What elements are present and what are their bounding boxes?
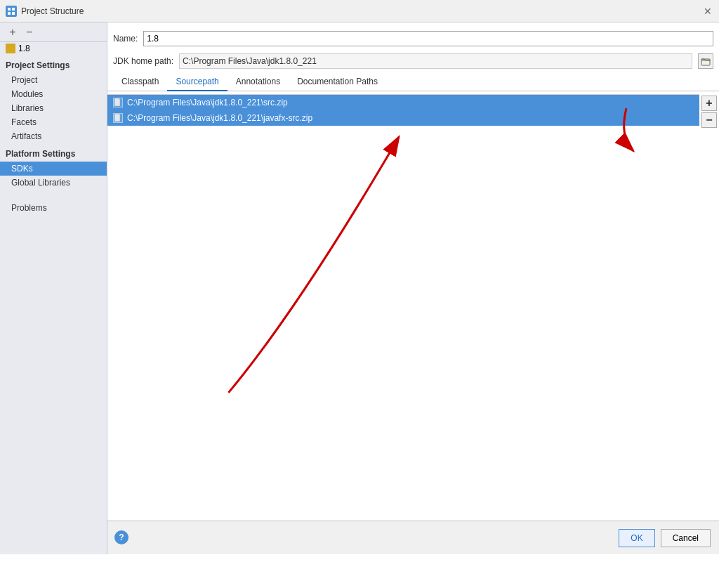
name-label: Name: (113, 34, 138, 44)
tab-annotations[interactable]: Annotations (227, 73, 289, 91)
name-row: Name: (107, 28, 719, 49)
title-bar: Project Structure ✕ (0, 0, 719, 22)
sidebar-item-artifacts[interactable]: Artifacts (0, 129, 107, 143)
title-bar-title: Project Structure (21, 6, 84, 16)
file-path-0: C:\Program Files\Java\jdk1.8.0_221\src.z… (127, 98, 288, 107)
file-add-button[interactable]: + (701, 96, 717, 111)
sdk-tree-label: 1.8 (18, 44, 30, 53)
sidebar-remove-button[interactable]: − (22, 25, 37, 39)
svg-rect-1 (12, 8, 15, 11)
tab-documentation-paths[interactable]: Documentation Paths (289, 73, 386, 91)
close-button[interactable]: ✕ (702, 6, 713, 17)
sidebar-item-libraries[interactable]: Libraries (0, 101, 107, 115)
svg-rect-0 (8, 8, 11, 11)
content-outer: Name: JDK home path: C:\Program Files\Ja… (107, 22, 719, 554)
main-layout: + − 1.8 Project Settings Project Modules… (0, 22, 719, 554)
sidebar-item-modules[interactable]: Modules (0, 87, 107, 101)
file-path-1: C:\Program Files\Java\jdk1.8.0_221\javaf… (127, 113, 312, 123)
cancel-button[interactable]: Cancel (661, 529, 711, 547)
file-icon-1 (113, 113, 123, 123)
tab-classpath[interactable]: Classpath (113, 73, 167, 91)
sidebar-toolbar: + − (0, 22, 107, 42)
jdk-value: C:\Program Files\Java\jdk1.8.0_221 (179, 53, 692, 69)
title-bar-left: Project Structure (6, 6, 84, 17)
help-button[interactable]: ? (114, 530, 128, 544)
jdk-row: JDK home path: C:\Program Files\Java\jdk… (107, 52, 719, 73)
name-input[interactable] (143, 31, 713, 46)
sidebar-item-facets[interactable]: Facets (0, 115, 107, 129)
folder-icon (6, 44, 15, 53)
sidebar: + − 1.8 Project Settings Project Modules… (0, 22, 107, 554)
file-item-1[interactable]: C:\Program Files\Java\jdk1.8.0_221\javaf… (107, 110, 699, 126)
svg-rect-3 (12, 12, 15, 15)
file-list-buttons: + − (699, 94, 719, 521)
sidebar-item-project[interactable]: Project (0, 73, 107, 87)
sdk-tree-item[interactable]: 1.8 (0, 42, 107, 55)
sidebar-add-button[interactable]: + (6, 25, 20, 39)
file-remove-button[interactable]: − (701, 112, 717, 128)
file-list: C:\Program Files\Java\jdk1.8.0_221\src.z… (107, 94, 699, 521)
content-area: Name: JDK home path: C:\Program Files\Ja… (107, 22, 719, 521)
jdk-label: JDK home path: (113, 56, 173, 66)
sidebar-item-global-libraries[interactable]: Global Libraries (0, 176, 107, 190)
file-item-0[interactable]: C:\Program Files\Java\jdk1.8.0_221\src.z… (107, 95, 699, 110)
project-settings-label: Project Settings (0, 55, 107, 73)
ok-button[interactable]: OK (619, 529, 654, 547)
app-icon (6, 6, 17, 17)
sidebar-item-sdks[interactable]: SDKs (0, 162, 107, 176)
platform-settings-label: Platform Settings (0, 143, 107, 162)
sidebar-item-problems[interactable]: Problems (0, 201, 107, 215)
bottom-bar: ? OK Cancel (107, 521, 719, 554)
tabs-bar: Classpath Sourcepath Annotations Documen… (107, 73, 719, 91)
file-list-wrapper: C:\Program Files\Java\jdk1.8.0_221\src.z… (107, 94, 719, 521)
tab-sourcepath[interactable]: Sourcepath (167, 73, 227, 91)
file-icon-0 (113, 98, 123, 107)
jdk-browse-button[interactable] (698, 53, 713, 69)
svg-rect-2 (8, 12, 11, 15)
